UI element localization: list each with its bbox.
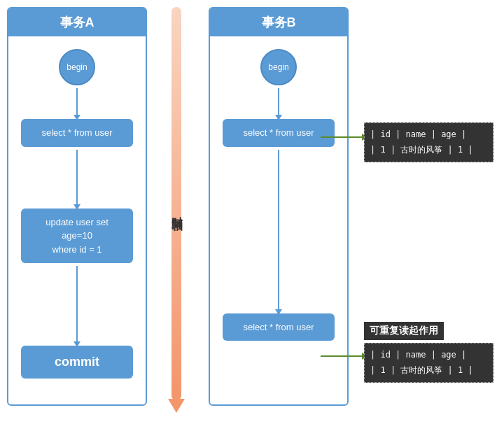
result-table-2-header: | id | name | age | xyxy=(370,348,487,363)
arrow-b-2 xyxy=(278,150,279,311)
result-table-2: | id | name | age | | 1 | 古时的风筝 | 1 | xyxy=(364,343,493,383)
result-table-2-row1: | 1 | 古时的风筝 | 1 | xyxy=(370,363,487,379)
time-axis-arrow xyxy=(168,399,185,413)
result-table-1-header: | id | name | age | xyxy=(370,127,487,143)
transaction-a-header: 事务A xyxy=(8,8,146,36)
transaction-a-begin: begin xyxy=(59,49,95,85)
result-table-1-row1: | 1 | 古时的风筝 | 1 | xyxy=(370,143,487,158)
time-axis-container: 时间轴 xyxy=(155,7,197,413)
arrow-a-3 xyxy=(76,266,78,343)
arrow-a-2 xyxy=(76,150,78,206)
result-table-1: | id | name | age | | 1 | 古时的风筝 | 1 | xyxy=(364,122,493,162)
arrow-a-1 xyxy=(76,88,78,116)
result-table-2-label: 可重复读起作用 xyxy=(364,322,444,340)
main-container: 事务A begin select * from user update user… xyxy=(0,0,504,424)
transaction-b-sql2: select * from user xyxy=(223,313,335,341)
transaction-a-commit: commit xyxy=(21,346,133,379)
time-axis-label: 时间轴 xyxy=(169,208,184,212)
arrow-b-1 xyxy=(278,88,279,116)
connector-2 xyxy=(321,355,363,357)
transaction-b-begin: begin xyxy=(260,49,297,85)
transaction-a-sql2: update user set age=10 where id = 1 xyxy=(21,209,133,264)
transaction-a-col: 事务A begin select * from user update user… xyxy=(7,7,147,406)
transaction-a-sql1: select * from user xyxy=(21,119,133,147)
transaction-b-col: 事务B begin select * from user select * fr… xyxy=(209,7,349,406)
connector-1 xyxy=(321,136,363,138)
time-axis-line xyxy=(172,7,181,400)
transaction-b-header: 事务B xyxy=(210,8,347,36)
transaction-b-sql1: select * from user xyxy=(223,119,335,147)
